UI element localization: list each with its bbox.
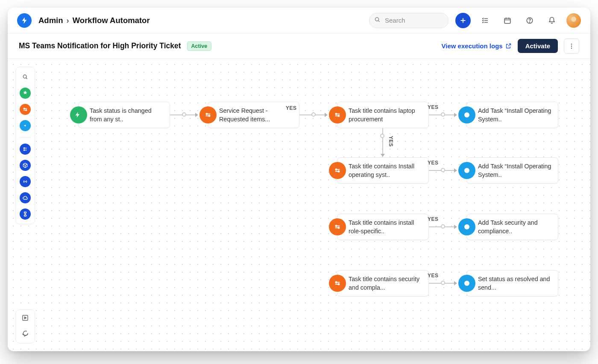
node-label: Set status as resolved and send...: [478, 275, 553, 292]
svg-point-14: [571, 45, 572, 46]
tool-rail: [15, 67, 35, 224]
tool-condition-icon[interactable]: [20, 104, 31, 115]
svg-point-0: [375, 18, 379, 21]
breadcrumb: Admin › Workflow Automator: [38, 16, 150, 25]
svg-point-20: [24, 108, 25, 109]
tool-cube-icon[interactable]: [20, 160, 31, 171]
search-box: [369, 13, 448, 28]
tool-search-icon[interactable]: [20, 71, 31, 82]
page-title: MS Teams Notification for High Priority …: [19, 41, 181, 50]
topbar: Admin › Workflow Automator: [8, 8, 590, 33]
edge-label-yes: YES: [428, 160, 439, 166]
svg-point-46: [336, 225, 337, 226]
condition-icon: [199, 106, 217, 123]
svg-point-16: [23, 75, 26, 78]
condition-icon: [329, 275, 346, 292]
chat-icon[interactable]: [21, 329, 29, 339]
svg-point-12: [529, 22, 530, 22]
view-logs-label: View execution logs: [442, 42, 503, 50]
edge-label-yes: YES: [428, 273, 439, 279]
node-action-security[interactable]: Add Task security and compliance..: [466, 214, 558, 240]
action-icon: [458, 218, 475, 235]
help-icon[interactable]: [522, 13, 537, 28]
node-label: Task title contains install role-specifi…: [349, 218, 423, 235]
tool-action-icon[interactable]: [20, 120, 31, 131]
breadcrumb-separator: ›: [67, 16, 69, 25]
svg-line-1: [378, 21, 380, 22]
condition-icon: [329, 106, 346, 123]
workflow-canvas[interactable]: Task status is changed from any st.. Ser…: [8, 59, 590, 351]
node-action-resolved[interactable]: Set status as resolved and send...: [466, 270, 558, 296]
action-icon: [458, 275, 475, 292]
svg-point-42: [338, 171, 340, 172]
node-trigger[interactable]: Task status is changed from any st..: [78, 102, 170, 128]
search-icon: [374, 16, 381, 24]
svg-point-21: [26, 110, 26, 111]
node-label: Task status is changed from any st..: [90, 106, 164, 123]
edge-label-yes: YES: [428, 216, 439, 222]
svg-marker-29: [25, 317, 26, 319]
node-label: Service Request - Requested items...: [219, 106, 294, 123]
node-label: Add Task “Install Operating System..: [478, 162, 553, 179]
svg-point-51: [336, 282, 337, 283]
node-action-install-os-2[interactable]: Add Task “Install Operating System..: [466, 157, 558, 184]
breadcrumb-root[interactable]: Admin: [38, 16, 63, 25]
action-icon: [458, 106, 475, 123]
svg-point-41: [336, 169, 337, 170]
node-condition-role-specific[interactable]: Task title contains install role-specifi…: [337, 214, 429, 240]
more-options-button[interactable]: [564, 38, 579, 54]
node-label: Task title contains Install operating sy…: [349, 162, 423, 179]
svg-point-47: [338, 227, 340, 229]
trigger-icon: [70, 106, 87, 123]
svg-point-52: [338, 284, 340, 285]
avatar[interactable]: [566, 13, 581, 28]
app-logo[interactable]: [17, 13, 32, 28]
bell-icon[interactable]: [544, 13, 560, 28]
view-execution-logs-link[interactable]: View execution logs: [442, 42, 512, 50]
node-label: Task title contains laptop procurement: [349, 106, 423, 123]
breadcrumb-current[interactable]: Workflow Automator: [73, 16, 150, 25]
svg-line-17: [26, 78, 27, 79]
list-icon[interactable]: [478, 13, 493, 28]
node-condition-laptop[interactable]: Task title contains laptop procurement: [337, 102, 429, 128]
svg-rect-7: [504, 18, 510, 23]
condition-icon: [329, 218, 346, 235]
search-input[interactable]: [369, 13, 448, 28]
status-badge: Active: [187, 41, 212, 51]
dots-vertical-icon: [568, 43, 575, 50]
svg-point-15: [571, 47, 572, 48]
new-button[interactable]: [455, 13, 471, 28]
external-link-icon: [505, 43, 512, 49]
node-label: Add Task “Install Operating System..: [478, 106, 553, 123]
play-icon[interactable]: [21, 314, 29, 323]
node-label: Add Task security and compliance..: [478, 218, 553, 235]
tool-timer-icon[interactable]: [20, 208, 31, 220]
svg-point-36: [336, 113, 337, 114]
activate-button[interactable]: Activate: [518, 39, 558, 53]
svg-point-32: [206, 113, 208, 114]
edge-label-yes: YES: [428, 104, 439, 110]
action-icon: [458, 162, 475, 179]
svg-point-25: [24, 150, 25, 150]
tool-form-icon[interactable]: [20, 144, 31, 155]
node-condition-install-os[interactable]: Task title contains Install operating sy…: [337, 157, 429, 184]
tool-trigger-icon[interactable]: [20, 88, 31, 99]
svg-point-23: [24, 148, 25, 149]
node-label: Task title contains security and compla.…: [349, 275, 423, 292]
edge-label-yes: YES: [286, 105, 297, 111]
svg-point-27: [25, 181, 25, 182]
svg-point-33: [209, 115, 210, 117]
svg-point-37: [338, 115, 340, 117]
node-condition-security[interactable]: Task title contains security and compla.…: [337, 270, 429, 296]
tool-cloud-icon[interactable]: [20, 192, 31, 203]
svg-point-13: [571, 44, 572, 44]
edge-label-yes: YES: [388, 136, 394, 147]
tool-code-icon[interactable]: [20, 176, 31, 187]
page-bar: MS Teams Notification for High Priority …: [8, 33, 590, 59]
calendar-icon[interactable]: [500, 13, 515, 28]
condition-icon: [329, 162, 346, 179]
tool-rail-bottom: [15, 309, 35, 343]
node-action-install-os-1[interactable]: Add Task “Install Operating System..: [466, 102, 558, 128]
